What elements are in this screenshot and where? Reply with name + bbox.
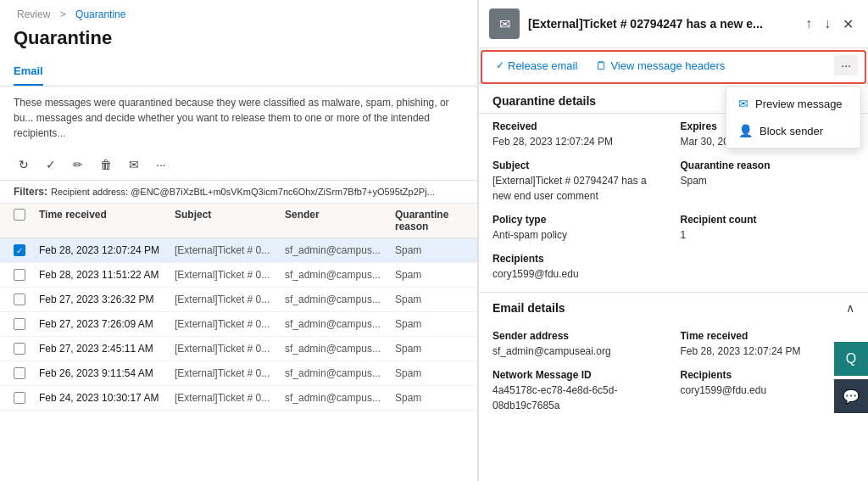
received-label: Received [492,120,667,132]
msgid-label: Network Message ID [492,369,667,381]
preview-message-item[interactable]: ✉ Preview message [726,90,860,117]
breadcrumb-separator: > [60,8,66,20]
breadcrumb-parent[interactable]: Review [17,8,50,20]
floating-btn-2[interactable]: 💬 [834,379,868,413]
view-headers-button[interactable]: 🗒 View message headers [589,56,732,76]
cell-sender: sf_admin@campus... [285,343,395,355]
tab-email[interactable]: Email [14,58,43,86]
cell-reason: Spam [395,244,477,256]
header-checkbox[interactable] [14,209,25,221]
col-subject: Subject [175,209,285,232]
recipient-count-value: 1 [681,227,855,243]
cell-reason: Spam [395,318,477,330]
col-sender: Sender [285,209,395,232]
row-checkbox[interactable] [14,318,25,330]
edit-button[interactable]: ✏ [68,154,88,175]
cell-reason: Spam [395,343,477,355]
chevron-up-icon: ∧ [846,301,854,315]
table-row[interactable]: Feb 28, 2023 11:51:22 AM [External]Ticke… [0,263,477,288]
col-time: Time received [39,209,175,232]
email-recipients-field: Recipients cory1599@fdu.edu [681,369,855,413]
subject-label: Subject [492,159,667,171]
recipients-label: Recipients [492,253,854,265]
check-button[interactable]: ✓ [41,154,61,175]
reason-value: Spam [681,173,855,188]
close-button[interactable]: ✕ [838,14,858,34]
received-field: Received Feb 28, 2023 12:07:24 PM [492,120,667,149]
filter-bar: Filters: Recipient address: @ENC@B7iXzBt… [0,181,477,204]
cell-reason: Spam [395,294,477,305]
filter-label: Filters: [14,186,47,198]
breadcrumb-current: Quarantine [75,8,125,20]
release-email-label: Release email [508,59,577,72]
table-row[interactable]: Feb 27, 2023 2:45:11 AM [External]Ticket… [0,337,477,361]
cell-sender: sf_admin@campus... [285,318,395,330]
cell-subject: [External]Ticket # 0... [175,367,285,379]
refresh-button[interactable]: ↻ [14,154,34,175]
cell-time: Feb 27, 2023 2:45:11 AM [39,343,175,355]
filter-value: Recipient address: @ENC@B7iXzBtL+m0sVKmQ… [51,187,435,197]
email-details-toggle[interactable]: Email details ∧ [479,292,868,323]
cell-reason: Spam [395,392,477,404]
col-reason: Quarantine reason [395,209,477,232]
time-received-label: Time received [681,330,855,342]
detail-header: ✉ [External]Ticket # 02794247 has a new … [479,0,868,48]
delete-button[interactable]: 🗑 [95,154,117,175]
policy-field: Policy type Anti-spam policy [492,214,667,243]
email-recipients-label: Recipients [681,369,855,381]
email-details-title: Email details [492,301,565,315]
row-checkbox[interactable] [14,294,25,305]
row-checkbox[interactable] [14,343,25,355]
sender-address-field: Sender address sf_admin@campuseai.org [492,330,667,359]
cell-reason: Spam [395,269,477,281]
floating-buttons: Q 💬 [834,342,868,413]
cell-sender: sf_admin@campus... [285,294,395,305]
email-table: Time received Subject Sender Quarantine … [0,204,477,481]
row-checkbox[interactable] [14,367,25,379]
table-row[interactable]: Feb 27, 2023 3:26:32 PM [External]Ticket… [0,288,477,312]
floating-icon-1: Q [846,351,856,366]
cell-sender: sf_admin@campus... [285,392,395,404]
table-row[interactable]: Feb 27, 2023 7:26:09 AM [External]Ticket… [0,312,477,337]
cell-subject: [External]Ticket # 0... [175,318,285,330]
cell-time: Feb 26, 2023 9:11:54 AM [39,367,175,379]
time-received-field: Time received Feb 28, 2023 12:07:24 PM [681,330,855,359]
block-sender-item[interactable]: 👤 Block sender [726,117,860,144]
row-checkbox[interactable] [14,392,25,404]
recipient-count-field: Recipient count 1 [681,214,855,243]
cell-time: Feb 24, 2023 10:30:17 AM [39,392,175,404]
detail-toolbar: ✓ Release email 🗒 View message headers ·… [479,48,868,84]
row-checkbox[interactable] [14,244,25,256]
table-row[interactable]: Feb 24, 2023 10:30:17 AM [External]Ticke… [0,386,477,411]
cell-subject: [External]Ticket # 0... [175,244,285,256]
row-checkbox[interactable] [14,269,25,281]
table-row[interactable]: Feb 28, 2023 12:07:24 PM [External]Ticke… [0,238,477,263]
email-details-grid: Sender address sf_admin@campuseai.org Ti… [479,323,868,423]
preview-icon: ✉ [738,97,748,110]
cell-time: Feb 28, 2023 11:51:22 AM [39,269,175,281]
col-checkbox [14,209,39,232]
floating-btn-1[interactable]: Q [834,342,868,376]
msgid-value: 4a45178c-ec78-4e8d-6c5d-08db19c7685a [492,383,667,413]
nav-down-button[interactable]: ↓ [820,14,835,34]
tab-bar: Email [0,58,477,87]
more-toolbar-button[interactable]: ··· [151,154,171,175]
table-row[interactable]: Feb 26, 2023 9:11:54 AM [External]Ticket… [0,361,477,386]
detail-title: [External]Ticket # 02794247 has a new e.… [528,17,793,31]
recipients-value: cory1599@fdu.edu [492,266,854,282]
block-label: Block sender [760,125,823,137]
floating-icon-2: 💬 [843,389,860,405]
email-icon: ✉ [489,8,520,39]
preview-label: Preview message [755,98,843,110]
nav-up-button[interactable]: ↑ [801,14,816,34]
reason-label: Quarantine reason [681,159,855,171]
cell-time: Feb 27, 2023 7:26:09 AM [39,318,175,330]
right-panel: ✉ [External]Ticket # 02794247 has a new … [478,0,868,481]
more-actions-button[interactable]: ··· [834,55,858,76]
view-headers-label: View message headers [610,59,725,72]
release-email-button[interactable]: ✓ Release email [489,56,584,76]
email-action-button[interactable]: ✉ [124,154,144,175]
cell-sender: sf_admin@campus... [285,367,395,379]
cell-reason: Spam [395,367,477,379]
sender-address-value: sf_admin@campuseai.org [492,344,667,359]
